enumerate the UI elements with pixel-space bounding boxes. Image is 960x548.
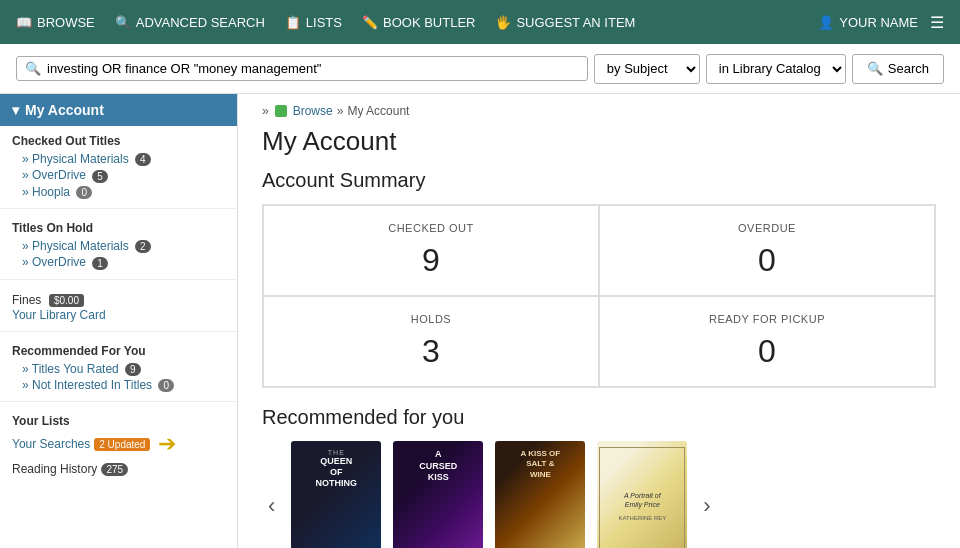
sidebar-overdrive[interactable]: » OverDrive 5 [12, 167, 225, 183]
checked-out-value: 9 [280, 242, 582, 279]
top-nav: 📖 BROWSE 🔍 ADVANCED SEARCH 📋 LISTS ✏️ BO… [0, 0, 960, 44]
sidebar-hoopla[interactable]: » Hoopla 0 [12, 184, 225, 200]
checked-out-label: CHECKED OUT [280, 222, 582, 234]
hand-icon: 🖐 [495, 15, 511, 30]
checked-out-cell: CHECKED OUT 9 [263, 205, 599, 296]
hoopla-badge: 0 [76, 186, 92, 199]
page-title: My Account [262, 126, 936, 157]
nav-lists-label: LISTS [306, 15, 342, 30]
sidebar-header: ▾ My Account [0, 94, 237, 126]
search-icon: 🔍 [115, 15, 131, 30]
sidebar-physical-materials[interactable]: » Physical Materials 4 [12, 151, 225, 167]
books-row: THE QUEENOFNOTHING HOLLY BLACK ACURSEDKI… [291, 441, 687, 548]
menu-icon[interactable]: ☰ [930, 13, 944, 32]
nav-advanced-search[interactable]: 🔍 ADVANCED SEARCH [115, 15, 265, 30]
pen-icon: ✏️ [362, 15, 378, 30]
sidebar-fines-section: Fines $0.00 Your Library Card [0, 284, 237, 327]
holds-title: Titles On Hold [12, 221, 225, 235]
book-cover-4[interactable]: A Portrait ofEmily Price KATHERINE REY [597, 441, 687, 548]
sidebar-checked-out-section: Checked Out Titles » Physical Materials … [0, 126, 237, 204]
chevron-down-icon: ▾ [12, 102, 19, 118]
sidebar-header-label: My Account [25, 102, 104, 118]
main-layout: ▾ My Account Checked Out Titles » Physic… [0, 94, 960, 548]
ready-value: 0 [616, 333, 918, 370]
holds-label: HOLDS [280, 313, 582, 325]
nav-lists[interactable]: 📋 LISTS [285, 15, 342, 30]
nav-browse-label: BROWSE [37, 15, 95, 30]
search-scope-select[interactable]: in Library Catalog in eBooks in Audioboo… [706, 54, 846, 84]
overdue-cell: OVERDUE 0 [599, 205, 935, 296]
overdue-label: OVERDUE [616, 222, 918, 234]
reading-history-badge: 275 [101, 463, 128, 476]
account-summary-grid: CHECKED OUT 9 OVERDUE 0 HOLDS 3 READY FO… [262, 204, 936, 388]
holds-physical-badge: 2 [135, 240, 151, 253]
carousel-next-arrow[interactable]: › [697, 489, 716, 523]
titles-rated-badge: 9 [125, 363, 141, 376]
sidebar-holds-section: Titles On Hold » Physical Materials 2 » … [0, 213, 237, 275]
search-input-wrap: 🔍 [16, 56, 588, 81]
your-searches-link[interactable]: Your Searches [12, 436, 90, 452]
your-searches-badge: 2 Updated [94, 438, 150, 451]
sidebar: ▾ My Account Checked Out Titles » Physic… [0, 94, 238, 548]
book-icon: 📖 [16, 15, 32, 30]
reading-history-label: Reading History [12, 460, 97, 478]
sidebar-lists-section: Your Lists Your Searches 2 Updated ➔ Rea… [0, 406, 237, 482]
books-carousel: ‹ THE QUEENOFNOTHING HOLLY BLACK [262, 441, 936, 548]
user-account-link[interactable]: 👤 YOUR NAME [818, 15, 918, 30]
nav-suggest-item[interactable]: 🖐 SUGGEST AN ITEM [495, 15, 635, 30]
nav-book-butler[interactable]: ✏️ BOOK BUTLER [362, 15, 475, 30]
account-summary-title: Account Summary [262, 169, 936, 192]
breadcrumb-separator1: » [262, 104, 269, 118]
user-name: YOUR NAME [839, 15, 918, 30]
breadcrumb-separator2: » [337, 104, 344, 118]
book-cover-1[interactable]: THE QUEENOFNOTHING HOLLY BLACK [291, 441, 381, 548]
search-input-icon: 🔍 [25, 61, 41, 76]
sidebar-titles-rated[interactable]: » Titles You Rated 9 [12, 361, 225, 377]
recommended-title: Recommended for you [262, 406, 936, 429]
fines-value: $0.00 [49, 294, 84, 307]
search-btn-label: Search [888, 61, 929, 76]
carousel-prev-arrow[interactable]: ‹ [262, 489, 281, 523]
arrow-indicator: ➔ [158, 431, 176, 457]
not-interested-badge: 0 [158, 379, 174, 392]
search-btn-icon: 🔍 [867, 61, 883, 76]
your-lists-title: Your Lists [12, 414, 225, 428]
breadcrumb-current: My Account [347, 104, 409, 118]
green-book-icon [275, 105, 287, 117]
sidebar-holds-physical[interactable]: » Physical Materials 2 [12, 238, 225, 254]
ready-label: READY FOR PICKUP [616, 313, 918, 325]
nav-suggest-label: SUGGEST AN ITEM [516, 15, 635, 30]
library-card-link[interactable]: Your Library Card [12, 307, 225, 323]
search-input[interactable] [47, 61, 579, 76]
fines-label: Fines [12, 291, 41, 309]
sidebar-recommended-section: Recommended For You » Titles You Rated 9… [0, 336, 237, 398]
sidebar-holds-overdrive[interactable]: » OverDrive 1 [12, 254, 225, 270]
sidebar-not-interested[interactable]: » Not Interested In Titles 0 [12, 377, 225, 393]
book-cover-2[interactable]: ACURSEDKISS JENNY HICKMAN [393, 441, 483, 548]
search-type-select[interactable]: by Subject by Title by Author by Keyword [594, 54, 700, 84]
breadcrumb-browse-link[interactable]: Browse [293, 104, 333, 118]
ready-cell: READY FOR PICKUP 0 [599, 296, 935, 387]
book-cover-3[interactable]: A KISS OFSALT &WINE JAIME SCHLOSSER [495, 441, 585, 548]
user-icon: 👤 [818, 15, 834, 30]
nav-browse[interactable]: 📖 BROWSE [16, 15, 95, 30]
holds-overdrive-badge: 1 [92, 257, 108, 270]
overdrive-badge: 5 [92, 170, 108, 183]
recommended-section: Recommended for you ‹ THE QUEENOFNOTHING… [262, 406, 936, 548]
holds-cell: HOLDS 3 [263, 296, 599, 387]
breadcrumb: » Browse » My Account [262, 104, 936, 118]
holds-value: 3 [280, 333, 582, 370]
checked-out-title: Checked Out Titles [12, 134, 225, 148]
list-icon: 📋 [285, 15, 301, 30]
physical-materials-badge: 4 [135, 153, 151, 166]
overdue-value: 0 [616, 242, 918, 279]
recommended-title: Recommended For You [12, 344, 225, 358]
nav-advanced-search-label: ADVANCED SEARCH [136, 15, 265, 30]
main-content: » Browse » My Account My Account Account… [238, 94, 960, 548]
search-bar: 🔍 by Subject by Title by Author by Keywo… [0, 44, 960, 94]
search-button[interactable]: 🔍 Search [852, 54, 944, 84]
nav-book-butler-label: BOOK BUTLER [383, 15, 475, 30]
